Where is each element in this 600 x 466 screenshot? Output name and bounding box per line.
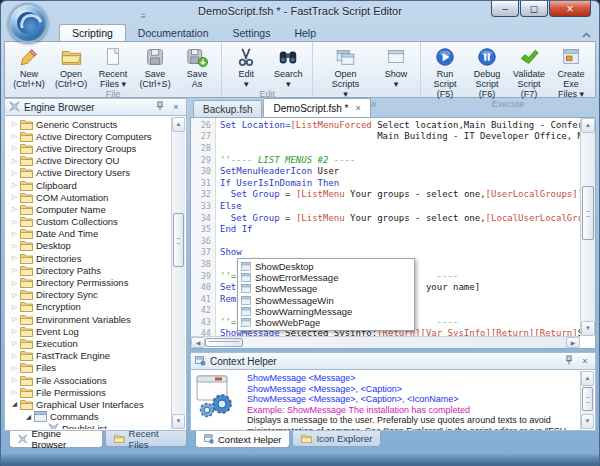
create-exe-files-button[interactable]: CreateExe Files ▾ — [550, 43, 592, 99]
search-button[interactable]: Search▾ — [267, 43, 309, 89]
tree-item[interactable]: ▷Files — [6, 362, 171, 374]
tab-recent-files[interactable]: Recent Files — [105, 431, 187, 447]
tree-item[interactable]: ▷File Associations — [6, 374, 171, 386]
scroll-up-icon[interactable]: ▲ — [581, 371, 594, 386]
scroll-down-icon[interactable]: ▼ — [172, 414, 185, 429]
tree-item[interactable]: ◢Graphical User Interfaces — [6, 398, 171, 410]
scroll-right-icon[interactable]: ▶ — [566, 337, 580, 348]
scroll-up-icon[interactable]: ▲ — [581, 118, 595, 133]
collapsed-icon[interactable]: ▷ — [9, 291, 20, 299]
collapsed-icon[interactable]: ▷ — [9, 339, 20, 347]
debug-script-button[interactable]: Debug Script(F6) — [466, 43, 508, 99]
tree-item[interactable]: ▷Generic Constructs — [6, 118, 171, 130]
tree-item[interactable]: ▷Active Directory OU — [6, 155, 171, 167]
expanded-icon[interactable]: ◢ — [9, 400, 20, 408]
collapsed-icon[interactable]: ▷ — [9, 205, 20, 213]
collapsed-icon[interactable]: ▷ — [9, 315, 20, 323]
application-menu-orb-icon[interactable] — [8, 3, 48, 43]
tree-item[interactable]: ▷FastTrack Engine — [6, 350, 171, 362]
tree-scrollbar[interactable]: ▲ ▼ — [171, 117, 185, 429]
collapse-ribbon-icon[interactable] — [582, 24, 591, 42]
close-panel-icon[interactable]: × — [579, 356, 591, 366]
collapsed-icon[interactable]: ▷ — [9, 266, 20, 274]
open-scripts-button[interactable]: Open Scripts▾ — [316, 43, 375, 99]
tab-documentation[interactable]: Documentation — [126, 25, 221, 42]
autocomplete-item[interactable]: ShowWarningMessage — [238, 306, 414, 317]
code-editor[interactable]: 26Set Location=[ListMenuForced Select lo… — [190, 117, 596, 349]
collapsed-icon[interactable]: ▷ — [9, 193, 20, 201]
collapsed-icon[interactable]: ▷ — [9, 230, 20, 238]
collapsed-icon[interactable]: ▷ — [9, 303, 20, 311]
new-button[interactable]: New(Ctrl+N) — [8, 43, 50, 89]
collapsed-icon[interactable]: ▷ — [9, 388, 20, 396]
tree-item[interactable]: ▷Active Directory Users — [6, 167, 171, 179]
tree-item[interactable]: ▷Environment Variables — [6, 313, 171, 325]
scroll-down-icon[interactable]: ▼ — [581, 414, 594, 429]
tree-scroll-thumb[interactable] — [173, 213, 184, 267]
tree-item[interactable]: ▷Encryption — [6, 301, 171, 313]
scroll-left-icon[interactable]: ◀ — [191, 337, 205, 348]
tab-scripting[interactable]: Scripting — [59, 24, 126, 42]
tree-item[interactable]: ▷Custom Collections — [6, 216, 171, 228]
maximize-button[interactable]: ◻ — [520, 1, 548, 17]
tab-engine-browser[interactable]: Engine Browser — [9, 431, 103, 448]
save-as-button[interactable]: Save As — [176, 43, 218, 89]
open-button[interactable]: Open(Ctrl+O) — [50, 43, 92, 89]
tree-item[interactable]: ◢Commands — [6, 411, 171, 423]
tree-item[interactable]: ▷Clipboard — [6, 179, 171, 191]
tree-item[interactable]: ▷Date And Time — [6, 228, 171, 240]
autocomplete-item[interactable]: ShowWebPage — [238, 317, 414, 328]
collapsed-icon[interactable]: ▷ — [9, 120, 20, 128]
collapsed-icon[interactable]: ▷ — [9, 157, 20, 165]
tree-item[interactable]: DoubleList — [6, 423, 171, 429]
tree-item[interactable]: ▷COM Automation — [6, 191, 171, 203]
close-panel-icon[interactable]: × — [170, 102, 182, 112]
tree-item[interactable]: ▷File Permissions — [6, 386, 171, 398]
collapsed-icon[interactable]: ▷ — [9, 352, 20, 360]
collapsed-icon[interactable]: ▷ — [9, 254, 20, 262]
editor-hscroll-thumb[interactable] — [205, 338, 243, 347]
collapsed-icon[interactable]: ▷ — [9, 218, 20, 226]
tree-item[interactable]: ▷Execution — [6, 337, 171, 349]
collapsed-icon[interactable]: ▷ — [9, 169, 20, 177]
tree-item[interactable]: ▷Desktop — [6, 240, 171, 252]
collapsed-icon[interactable]: ▷ — [9, 144, 20, 152]
collapsed-icon[interactable]: ▷ — [9, 181, 20, 189]
tree-item[interactable]: ▷Active Directory Groups — [6, 142, 171, 154]
recent-files-button[interactable]: RecentFiles ▾ — [92, 43, 134, 89]
scroll-up-icon[interactable]: ▲ — [172, 117, 185, 132]
autocomplete-item[interactable]: ShowMessageWin — [238, 295, 414, 306]
minimize-button[interactable]: – — [491, 1, 519, 17]
tree-item[interactable]: ▷Directory Sync — [6, 289, 171, 301]
editor-scroll-thumb[interactable] — [582, 186, 594, 240]
collapsed-icon[interactable]: ▷ — [9, 242, 20, 250]
tab-help[interactable]: Help — [282, 25, 328, 42]
save-button[interactable]: Save(Ctrl+S) — [134, 43, 176, 89]
tab-icon-explorer[interactable]: Icon Explorer — [292, 431, 381, 447]
tab-settings[interactable]: Settings — [220, 25, 282, 42]
collapsed-icon[interactable]: ▷ — [9, 364, 20, 372]
tree-item[interactable]: ▷Directories — [6, 252, 171, 264]
collapsed-icon[interactable]: ▷ — [9, 279, 20, 287]
edit-button[interactable]: Edit▾ — [225, 43, 267, 89]
tree-item[interactable]: ▷Computer Name — [6, 203, 171, 215]
tree-item[interactable]: ▷Active Directory Computers — [6, 130, 171, 142]
tree-item[interactable]: ▷Directory Permissions — [6, 276, 171, 288]
tree-item[interactable]: ▷Directory Paths — [6, 264, 171, 276]
close-button[interactable]: × — [549, 1, 591, 17]
editor-vertical-scrollbar[interactable]: ▲ ▼ — [580, 118, 595, 336]
show-button[interactable]: Show▾ — [375, 43, 417, 99]
tree-item[interactable]: ▷Event Log — [6, 325, 171, 337]
autocomplete-item[interactable]: ShowMessage — [238, 283, 414, 294]
scroll-down-icon[interactable]: ▼ — [581, 321, 595, 336]
expanded-icon[interactable]: ◢ — [23, 413, 34, 421]
editor-horizontal-scrollbar[interactable]: ◀ ▶ — [191, 336, 580, 348]
validate-script-button[interactable]: Validate Script(F7) — [508, 43, 550, 99]
pin-icon[interactable] — [563, 355, 575, 367]
tab-context-helper[interactable]: Context Helper — [195, 431, 290, 448]
collapsed-icon[interactable]: ▷ — [9, 132, 20, 140]
close-tab-icon[interactable]: × — [356, 103, 361, 113]
collapsed-icon[interactable]: ▷ — [9, 376, 20, 384]
doc-tab-backup[interactable]: Backup.fsh — [193, 100, 262, 117]
doc-tab-demoscript[interactable]: DemoScript.fsh * × — [263, 98, 370, 117]
